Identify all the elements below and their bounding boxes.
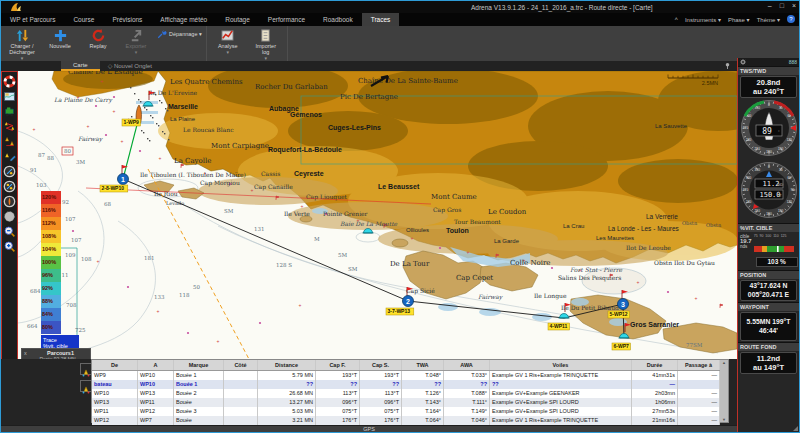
position-value: 43°17.624 N 005°20.471 E <box>740 280 797 301</box>
column-header-voiles[interactable]: Voiles <box>490 360 632 370</box>
column-header-passage[interactable]: Passage à <box>678 360 720 370</box>
table-cell: 41mn31s <box>632 371 678 380</box>
tab-new[interactable]: ◇ Nouvel Onglet <box>100 61 160 71</box>
tab-carte[interactable]: Carte <box>61 61 100 71</box>
marks-edit-icon[interactable] <box>3 150 16 163</box>
table-row[interactable]: WP13WP11Bouée13.27 MN096°T096°TT.143°T.1… <box>92 398 720 407</box>
menu-tab-pr-visions[interactable]: Prévisions <box>103 13 151 26</box>
column-header-de[interactable]: De <box>92 360 138 370</box>
table-row[interactable]: WP12WP7Bouée3.21 MN176°T176°TT.064°T.046… <box>92 416 720 425</box>
help-button[interactable]: ? <box>787 15 795 23</box>
table-cell: WP13 <box>138 389 174 398</box>
place-label: Pic De Bertagne <box>340 93 398 101</box>
table-cell: 26.68 MN <box>258 389 316 398</box>
menu-tab-roadbook[interactable]: Roadbook <box>314 13 362 26</box>
table-row[interactable]: WP9WP10Bouée 15.79 MN193°T193°TT.048°T.0… <box>92 371 720 380</box>
depth-sounding: 50 <box>193 284 200 290</box>
table-row[interactable]: WP10WP13Bouée 226.68 MN113°T113°TT.126°T… <box>92 389 720 398</box>
svg-text:120: 120 <box>787 138 793 142</box>
place-label: La Garde <box>494 238 520 244</box>
legend-band: 100% <box>41 256 61 269</box>
cible-scale-ticks: 75 90 100 110 125 <box>754 234 800 238</box>
place-label: Cap Gros <box>433 206 461 214</box>
scroll-up-icon[interactable]: ▲ <box>722 360 726 365</box>
marks-pair-icon[interactable] <box>3 135 16 148</box>
svg-text:89: 89 <box>762 127 772 136</box>
menu-tab-affichage-m-t-o[interactable]: Affichage météo <box>151 13 216 26</box>
depth-sounding: 5M <box>338 252 347 258</box>
compass-marks2-icon[interactable] <box>3 180 16 193</box>
route-table[interactable]: DeAMarqueCôtéDistanceCap F.Cap S.TWAAWAV… <box>91 359 729 423</box>
column-header-awa[interactable]: AWA <box>444 360 490 370</box>
ribbon-button-d-pannage[interactable]: Dépannage ▾ <box>157 28 202 40</box>
place-label: Le Coudon <box>488 208 527 216</box>
legend-band: 104% <box>41 243 61 256</box>
ribbon-button-analyse[interactable]: Analyse▾ <box>211 27 245 55</box>
ribbon-button-importerlog[interactable]: Importerlog ▾ <box>249 27 283 61</box>
gear-icon[interactable] <box>740 59 746 65</box>
chart-display-icon[interactable] <box>3 90 16 103</box>
column-header-cap-f[interactable]: Cap F. <box>316 360 360 370</box>
column-header-distance[interactable]: Distance <box>258 360 316 370</box>
zoom-out-icon[interactable] <box>3 225 16 238</box>
menu-tab-traces[interactable]: Traces <box>362 13 400 26</box>
marks-route-icon[interactable] <box>3 120 16 133</box>
ribbon-button-exporter[interactable]: Exporter▾ <box>119 27 153 55</box>
waypoint-label: 2-8-WP10 <box>102 185 125 191</box>
table-cell: ?? <box>402 380 444 389</box>
table-cell: WP7 <box>138 416 174 425</box>
svg-text:90: 90 <box>791 188 795 192</box>
maximize-button[interactable]: □ <box>780 2 784 9</box>
minimize-button[interactable]: – <box>768 2 772 9</box>
waypoint-label: 3-7-WP13 <box>388 308 411 314</box>
depth-sounding: 3M <box>76 159 85 165</box>
boat-position-icon[interactable] <box>3 195 16 208</box>
table-scrollbar[interactable]: ▲ ▼ <box>720 360 728 422</box>
place-label: Cuges-Les-Pins <box>328 124 381 132</box>
place-label: Ile De L'Erevine <box>148 89 198 96</box>
place-label: Fairway <box>78 135 104 143</box>
column-header-c-t[interactable]: Côté <box>224 360 258 370</box>
select-area-icon[interactable] <box>3 210 16 223</box>
pin-icon[interactable] <box>724 62 731 69</box>
waypoint-header: WAYPOINT <box>738 302 799 311</box>
collapse-ribbon-icon[interactable]: ˄ <box>674 16 678 22</box>
column-header-twa[interactable]: TWA <box>402 360 444 370</box>
column-header-marque[interactable]: Marque <box>174 360 224 370</box>
menu-tab-wp-et-parcours[interactable]: WP et Parcours <box>1 13 64 26</box>
depth-sounding: 708 <box>66 302 77 308</box>
place-label: Les Maurettes <box>596 235 634 241</box>
ribbon-button-replay[interactable]: Replay <box>81 27 115 49</box>
svg-text:80: 80 <box>64 148 71 154</box>
ribbon-button-charger-d-charger[interactable]: Charger /Décharger ▾ <box>5 27 39 61</box>
close-button[interactable]: × <box>792 2 796 9</box>
scroll-down-icon[interactable]: ▼ <box>722 417 726 422</box>
zoom-in-icon[interactable] <box>3 240 16 253</box>
menu-th-me-dropdown[interactable]: Thème ▾ <box>757 16 780 23</box>
table-cell: WP10 <box>138 371 174 380</box>
column-header-dur-e[interactable]: Durée <box>632 360 678 370</box>
menu-tab-performance[interactable]: Performance <box>259 13 314 26</box>
table-cell: T.064° <box>402 416 444 425</box>
menu-phase-dropdown[interactable]: Phase ▾ <box>728 16 750 23</box>
nautical-chart[interactable]: ++++++++++++++++++++++ 87889110392111107… <box>18 71 738 360</box>
column-header-a[interactable]: A <box>138 360 174 370</box>
engine-icon[interactable] <box>3 105 16 118</box>
resize-grip[interactable] <box>793 426 798 431</box>
table-cell <box>224 407 258 416</box>
ribbon-button-nouvelle[interactable]: Nouvelle <box>43 27 77 49</box>
table-cell: T.048° <box>402 371 444 380</box>
ribbon: Charger /Décharger ▾NouvelleReplayExport… <box>1 26 799 61</box>
column-header-cap-s[interactable]: Cap S. <box>360 360 402 370</box>
svg-text:210: 210 <box>755 147 761 151</box>
menu-tab-routage[interactable]: Routage <box>216 13 259 26</box>
life-ring-icon[interactable] <box>3 75 16 88</box>
compass-marks-icon[interactable] <box>3 165 16 178</box>
menu-tab-course[interactable]: Course <box>64 13 103 26</box>
table-row[interactable]: bateauWP10Bouée 1????????????— <box>92 380 720 389</box>
place-label: Obstn Ilot Du Gytau <box>654 259 715 267</box>
table-row[interactable]: WP11WP12Bouée 35.03 MN075°T075°TT.164°T.… <box>92 407 720 416</box>
menu-instruments-dropdown[interactable]: Instruments ▾ <box>685 16 721 23</box>
svg-text:3: 3 <box>621 301 625 308</box>
svg-text:2: 2 <box>406 298 410 305</box>
